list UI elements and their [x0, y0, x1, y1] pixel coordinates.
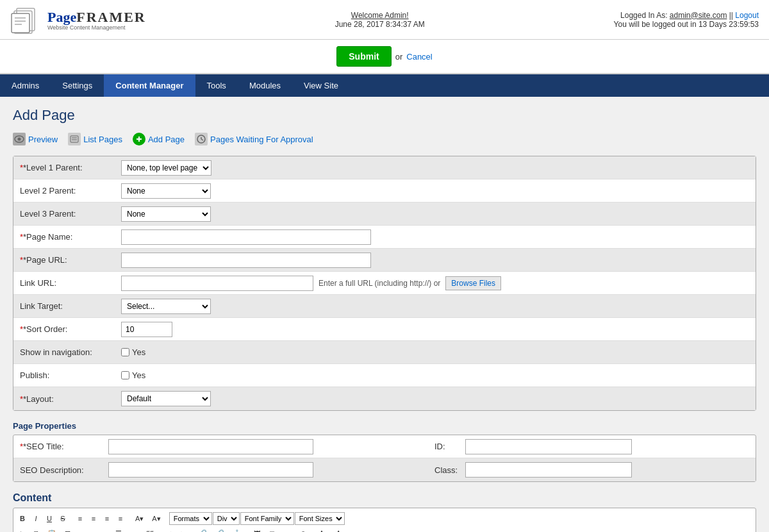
redo-button[interactable]: ↪: [176, 528, 190, 532]
logo-svg: [10, 5, 42, 34]
paste-word-button[interactable]: ⊞: [61, 528, 74, 532]
logged-in-info: Logged In As: admin@site.com || Logout: [614, 11, 759, 20]
level3-parent-row: Level 3 Parent: None Option 1 Option 2: [13, 203, 756, 226]
bold-button[interactable]: B: [16, 513, 29, 524]
sort-order-input[interactable]: 10: [121, 322, 172, 337]
page-name-row: **Page Name:: [13, 226, 756, 249]
header-center: Welcome Admin! June 28, 2017 8:34:37 AM: [335, 10, 425, 29]
svg-rect-2: [12, 13, 29, 33]
insert-link-button[interactable]: 🔗: [194, 528, 211, 532]
level2-parent-field: None Option 1 Option 2: [116, 181, 756, 201]
list-pages-link[interactable]: List Pages: [68, 133, 122, 145]
sort-order-field: 10: [116, 319, 756, 340]
svg-rect-8: [70, 136, 78, 142]
nav-view-site[interactable]: View Site: [292, 74, 350, 97]
formats-select[interactable]: Formats: [169, 512, 212, 525]
html-source-button[interactable]: <>: [279, 528, 295, 533]
ordered-list-button[interactable]: ≡▾: [95, 528, 110, 532]
level2-parent-select[interactable]: None Option 1 Option 2: [121, 183, 211, 199]
submit-button[interactable]: Submit: [336, 46, 391, 67]
link-url-field-group: Enter a full URL (including http://) or …: [116, 273, 756, 294]
browse-files-button[interactable]: Browse Files: [445, 276, 501, 290]
page-properties-title: Page Properties: [13, 421, 756, 431]
nav-admins[interactable]: Admins: [0, 74, 51, 97]
font-color-button[interactable]: A▾: [131, 513, 147, 525]
page-name-input[interactable]: [121, 229, 371, 245]
add-page-link[interactable]: Add Page: [133, 133, 185, 145]
seo-title-input[interactable]: [108, 439, 313, 454]
class-field-group: Class:: [429, 460, 756, 480]
show-in-nav-yes-label: Yes: [132, 347, 145, 357]
plus-icon: [133, 133, 145, 145]
nav-modules[interactable]: Modules: [238, 74, 292, 97]
strikethrough-button[interactable]: S: [56, 513, 69, 524]
waiting-approval-link[interactable]: Pages Waiting For Approval: [195, 133, 313, 145]
nav-settings[interactable]: Settings: [51, 74, 104, 97]
outdent-button[interactable]: ☰: [112, 528, 126, 532]
sort-order-label: **Sort Order:: [13, 320, 116, 338]
link-url-input[interactable]: [121, 276, 313, 291]
insert-image-button[interactable]: 🖼: [250, 528, 265, 533]
welcome-text: Welcome Admin!: [351, 11, 409, 20]
preview-button[interactable]: 👁: [296, 528, 311, 533]
nav-tools[interactable]: Tools: [195, 74, 238, 97]
preview-label: Preview: [28, 135, 58, 144]
nav-content-manager[interactable]: Content Manager: [104, 74, 195, 97]
bg-color-button2[interactable]: A▾: [332, 528, 348, 532]
font-family-select[interactable]: Font Family: [240, 512, 294, 525]
layout-label: **Layout:: [13, 390, 116, 408]
link-target-select[interactable]: Select... _blank _self _parent _top: [121, 299, 211, 314]
text-color-button2[interactable]: A▾: [315, 528, 331, 532]
cut-button[interactable]: ✂: [16, 528, 29, 532]
cancel-link[interactable]: Cancel: [406, 52, 432, 62]
insert-table-button[interactable]: ◻: [265, 528, 279, 532]
level3-parent-label: Level 3 Parent:: [13, 205, 116, 222]
list-icon: [68, 133, 81, 145]
anchor-button[interactable]: ⚓: [229, 528, 245, 532]
seo-title-label: **SEO Title:: [13, 438, 103, 455]
page-url-field: [116, 250, 756, 270]
level3-parent-select[interactable]: None Option 1 Option 2: [121, 206, 211, 222]
remove-link-button[interactable]: 🔗: [211, 528, 228, 532]
underline-button[interactable]: U: [43, 513, 56, 524]
show-in-nav-checkbox[interactable]: [121, 348, 129, 356]
add-page-label: Add Page: [148, 135, 185, 144]
publish-checkbox[interactable]: [121, 371, 129, 379]
level2-parent-label: Level 2 Parent:: [13, 182, 116, 199]
seo-desc-input[interactable]: [108, 462, 313, 478]
page-title: Add Page: [13, 107, 756, 124]
seo-desc-row: SEO Description: Class:: [13, 458, 756, 481]
publish-row: Publish: Yes: [13, 364, 756, 387]
indent-button[interactable]: ≡▾: [126, 528, 142, 532]
layout-select[interactable]: Default Full Width Sidebar Left Sidebar …: [121, 391, 211, 406]
svg-line-15: [201, 139, 203, 140]
main-form-panel: **Level 1 Parent: None, top level page H…: [13, 156, 756, 411]
copy-button[interactable]: ⧉: [30, 528, 43, 532]
undo-button[interactable]: ↩: [162, 528, 176, 532]
align-left-button[interactable]: ≡: [74, 513, 87, 524]
level1-parent-select[interactable]: None, top level page Home About Contact: [121, 160, 211, 176]
align-right-button[interactable]: ≡: [101, 513, 113, 524]
font-size-select[interactable]: Font Sizes: [295, 512, 345, 525]
block-select[interactable]: Div P H1: [213, 512, 240, 525]
align-justify-button[interactable]: ≡: [114, 513, 127, 524]
unordered-list-button[interactable]: ≡▾: [79, 528, 94, 532]
link-target-label: Link Target:: [13, 297, 116, 315]
logout-link[interactable]: Logout: [735, 11, 759, 20]
seo-title-field: [103, 436, 429, 457]
align-center-button[interactable]: ≡: [87, 513, 100, 524]
paste-button[interactable]: 📋: [44, 528, 60, 532]
publish-label: Publish:: [13, 367, 116, 384]
id-input[interactable]: [465, 439, 632, 454]
preview-link[interactable]: Preview: [13, 133, 58, 145]
page-url-label: **Page URL:: [13, 251, 116, 269]
class-input[interactable]: [465, 462, 632, 478]
blockquote-button[interactable]: ❝❝: [142, 528, 158, 532]
italic-button[interactable]: I: [29, 513, 42, 524]
logo-icon: Page FRAMER Website Content Management: [10, 5, 146, 34]
layout-field: Default Full Width Sidebar Left Sidebar …: [116, 388, 756, 409]
clock-icon: [195, 133, 208, 145]
page-url-input[interactable]: [121, 253, 371, 268]
link-target-field: Select... _blank _self _parent _top: [116, 296, 756, 317]
bg-color-button[interactable]: A▾: [148, 513, 164, 525]
